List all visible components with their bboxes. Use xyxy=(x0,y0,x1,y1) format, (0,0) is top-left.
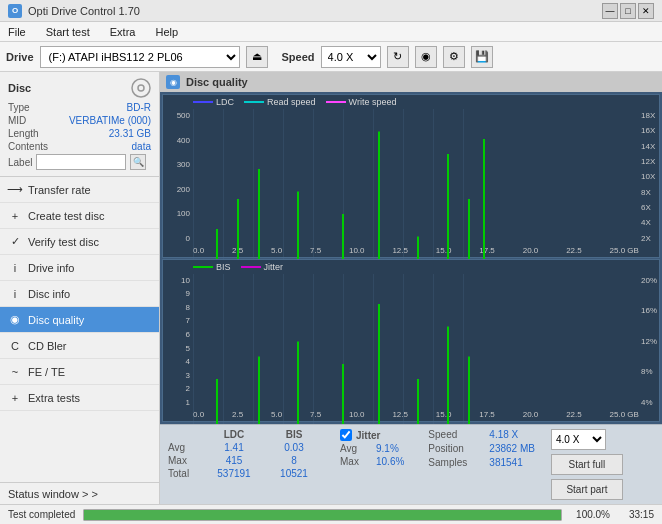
speed-stat-label: Speed xyxy=(428,429,483,440)
stats-max-row: Max 415 8 xyxy=(168,455,324,466)
sidebar-item-fe-te[interactable]: ~ FE / TE xyxy=(0,359,159,385)
disc-mid-row: MID VERBATIMe (000) xyxy=(8,115,151,126)
jitter-header: Jitter xyxy=(340,429,404,441)
sidebar-item-label: Create test disc xyxy=(28,210,104,222)
disc-button[interactable]: ◉ xyxy=(415,46,437,68)
legend-jitter: Jitter xyxy=(241,262,284,272)
status-text: Test completed xyxy=(8,509,75,520)
disc-type-row: Type BD-R xyxy=(8,102,151,113)
svg-point-1 xyxy=(138,85,144,91)
jitter-avg: 9.1% xyxy=(376,443,399,454)
quality-speed-select[interactable]: 4.0 X xyxy=(551,429,606,450)
extra-tests-icon: + xyxy=(8,391,22,405)
action-section: 4.0 X Start full Start part xyxy=(543,429,623,500)
sidebar-item-label: Extra tests xyxy=(28,392,80,404)
sidebar-item-drive-info[interactable]: i Drive info xyxy=(0,255,159,281)
total-bis: 10521 xyxy=(264,468,324,479)
bottom-chart-svg xyxy=(193,274,493,424)
disc-title: Disc xyxy=(8,82,31,94)
bottom-chart-legend: BIS Jitter xyxy=(193,262,283,272)
minimize-button[interactable]: — xyxy=(602,3,618,19)
sidebar-item-cd-bler[interactable]: C CD Bler xyxy=(0,333,159,359)
quality-title-icon: ◉ xyxy=(166,75,180,89)
sidebar-item-extra-tests[interactable]: + Extra tests xyxy=(0,385,159,411)
legend-write-speed: Write speed xyxy=(326,97,397,107)
ldc-bis-stats: LDC BIS Avg 1.41 0.03 Max 415 8 Total 53… xyxy=(168,429,324,500)
maximize-button[interactable]: □ xyxy=(620,3,636,19)
speed-row: Speed 4.18 X xyxy=(428,429,535,440)
max-bis: 8 xyxy=(264,455,324,466)
start-full-button[interactable]: Start full xyxy=(551,454,623,475)
quality-title: Disc quality xyxy=(186,76,248,88)
sidebar-item-label: Verify test disc xyxy=(28,236,99,248)
sidebar-item-create-test-disc[interactable]: + Create test disc xyxy=(0,203,159,229)
menu-bar: File Start test Extra Help xyxy=(0,22,662,42)
menu-extra[interactable]: Extra xyxy=(106,24,140,40)
disc-contents-label: Contents xyxy=(8,141,48,152)
settings-button[interactable]: ⚙ xyxy=(443,46,465,68)
legend-bis: BIS xyxy=(193,262,231,272)
quality-header: ◉ Disc quality xyxy=(160,72,662,92)
sidebar-item-label: FE / TE xyxy=(28,366,65,378)
total-label: Total xyxy=(168,468,204,479)
sidebar-item-label: CD Bler xyxy=(28,340,67,352)
close-button[interactable]: ✕ xyxy=(638,3,654,19)
legend-ldc: LDC xyxy=(193,97,234,107)
ldc-header: LDC xyxy=(204,429,264,440)
top-chart-svg xyxy=(193,109,493,259)
eject-button[interactable]: ⏏ xyxy=(246,46,268,68)
drive-bar: Drive (F:) ATAPI iHBS112 2 PL06 ⏏ Speed … xyxy=(0,42,662,72)
disc-label-button[interactable]: 🔍 xyxy=(130,154,146,170)
app-title: Opti Drive Control 1.70 xyxy=(28,5,140,17)
disc-label-input[interactable] xyxy=(36,154,126,170)
status-window-button[interactable]: Status window > > xyxy=(0,482,159,504)
sidebar-item-label: Transfer rate xyxy=(28,184,91,196)
content-area: ◉ Disc quality LDC Read speed xyxy=(160,72,662,504)
samples-value: 381541 xyxy=(489,457,522,468)
top-chart-legend: LDC Read speed Write speed xyxy=(193,97,396,107)
start-part-button[interactable]: Start part xyxy=(551,479,623,500)
disc-length-row: Length 23.31 GB xyxy=(8,128,151,139)
main-area: Disc Type BD-R MID VERBATIMe (000) Lengt… xyxy=(0,72,662,504)
jitter-stats: Jitter Avg 9.1% Max 10.6% xyxy=(332,429,404,500)
menu-help[interactable]: Help xyxy=(151,24,182,40)
jitter-checkbox[interactable] xyxy=(340,429,352,441)
sidebar-item-label: Drive info xyxy=(28,262,74,274)
avg-label: Avg xyxy=(168,442,204,453)
jitter-max-row: Max 10.6% xyxy=(340,456,404,467)
verify-disc-icon: ✓ xyxy=(8,235,22,249)
disc-contents-value: data xyxy=(132,141,151,152)
disc-contents-row: Contents data xyxy=(8,141,151,152)
disc-icon xyxy=(131,78,151,98)
title-bar: O Opti Drive Control 1.70 — □ ✕ xyxy=(0,0,662,22)
speed-select[interactable]: 4.0 X xyxy=(321,46,381,68)
disc-length-label: Length xyxy=(8,128,39,139)
save-button[interactable]: 💾 xyxy=(471,46,493,68)
avg-ldc: 1.41 xyxy=(204,442,264,453)
quality-panel: ◉ Disc quality LDC Read speed xyxy=(160,72,662,424)
sidebar: Disc Type BD-R MID VERBATIMe (000) Lengt… xyxy=(0,72,160,504)
legend-read-speed: Read speed xyxy=(244,97,316,107)
drive-label: Drive xyxy=(6,51,34,63)
drive-info-icon: i xyxy=(8,261,22,275)
elapsed-time: 33:15 xyxy=(618,509,654,520)
speed-stat-value: 4.18 X xyxy=(489,429,518,440)
sidebar-item-label: Disc info xyxy=(28,288,70,300)
bottom-bar: Test completed 100.0% 33:15 xyxy=(0,504,662,524)
position-label: Position xyxy=(428,443,483,454)
speed-position-stats: Speed 4.18 X Position 23862 MB Samples 3… xyxy=(412,429,535,500)
total-ldc: 537191 xyxy=(204,468,264,479)
disc-type-label: Type xyxy=(8,102,30,113)
position-row: Position 23862 MB xyxy=(428,443,535,454)
top-chart: LDC Read speed Write speed xyxy=(162,94,660,258)
menu-start-test[interactable]: Start test xyxy=(42,24,94,40)
sidebar-item-verify-test-disc[interactable]: ✓ Verify test disc xyxy=(0,229,159,255)
sidebar-item-disc-quality[interactable]: ◉ Disc quality xyxy=(0,307,159,333)
sidebar-item-transfer-rate[interactable]: ⟶ Transfer rate xyxy=(0,177,159,203)
disc-mid-value: VERBATIMe (000) xyxy=(69,115,151,126)
drive-select[interactable]: (F:) ATAPI iHBS112 2 PL06 xyxy=(40,46,240,68)
menu-file[interactable]: File xyxy=(4,24,30,40)
sidebar-item-disc-info[interactable]: i Disc info xyxy=(0,281,159,307)
stats-avg-row: Avg 1.41 0.03 xyxy=(168,442,324,453)
refresh-button[interactable]: ↻ xyxy=(387,46,409,68)
